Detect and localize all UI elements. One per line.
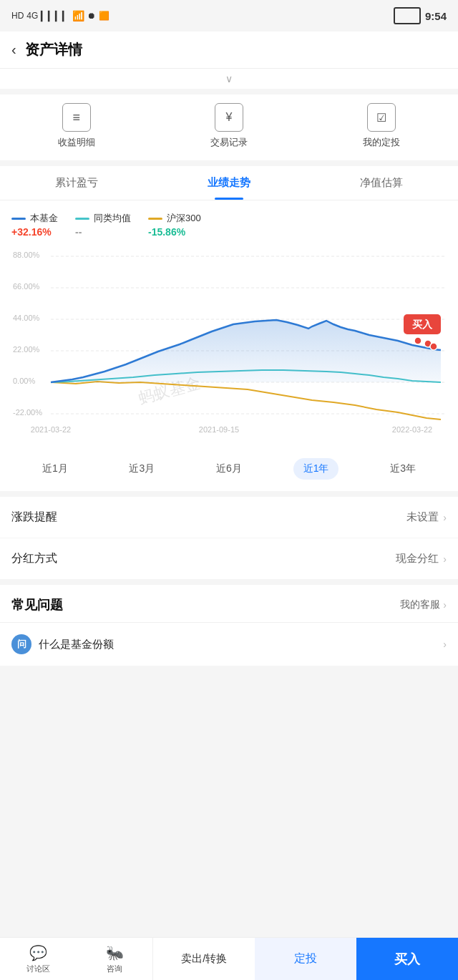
this-fund-dot xyxy=(11,218,26,220)
notification-icon: 🟧 xyxy=(99,11,109,21)
tab-nav-estimate[interactable]: 净值估算 xyxy=(306,166,458,200)
dividend-chevron-icon: › xyxy=(443,553,447,565)
time-label: 9:54 xyxy=(425,10,447,22)
csi300-dot xyxy=(148,218,162,220)
performance-chart: 88.00% 66.00% 44.00% 22.00% 0.00% -22.00… xyxy=(11,246,447,447)
status-right: 9:54 xyxy=(394,7,447,24)
period-1m[interactable]: 近1月 xyxy=(32,458,78,480)
dividend-settings-row[interactable]: 分红方式 现金分红 › xyxy=(0,538,458,579)
svg-point-16 xyxy=(414,337,422,344)
legend-csi300: 沪深300 -15.86% xyxy=(148,212,201,238)
legend-this-fund: 本基金 +32.16% xyxy=(11,212,58,238)
period-3y[interactable]: 近3年 xyxy=(380,458,426,480)
auto-invest-label: 我的定投 xyxy=(363,136,400,149)
dividend-value-group: 现金分红 › xyxy=(396,552,447,566)
battery-icon xyxy=(394,7,421,24)
collapse-indicator: ∨ xyxy=(0,69,458,89)
main-tabs-section: 累计盈亏 业绩走势 净值估算 本基金 +32.16% 同类均值 xyxy=(0,166,458,491)
service-label: 我的客服 xyxy=(400,598,440,611)
trade-records-label: 交易记录 xyxy=(210,136,248,149)
faq-question-icon: 问 xyxy=(11,634,31,654)
faq-item-chevron-icon: › xyxy=(443,639,447,650)
chevron-down-icon: ∨ xyxy=(225,73,233,84)
alert-value: 未设置 xyxy=(406,510,439,524)
back-button[interactable]: ‹ xyxy=(11,42,16,58)
bottom-nav-actions: 卖出/转换 定投 买入 xyxy=(152,938,458,980)
this-fund-value: +32.16% xyxy=(11,226,58,238)
csi300-name: 沪深300 xyxy=(167,212,201,225)
dividend-label: 分红方式 xyxy=(11,551,57,566)
record-icon: ⏺ xyxy=(87,11,96,21)
period-1y[interactable]: 近1年 xyxy=(293,458,339,480)
tabs-row: 累计盈亏 业绩走势 净值估算 xyxy=(0,166,458,200)
bottom-nav-left: 💬 讨论区 🐜 咨询 xyxy=(0,938,152,980)
svg-text:买入: 买入 xyxy=(411,319,433,330)
faq-title: 常见问题 xyxy=(11,596,63,613)
alert-chevron-icon: › xyxy=(443,512,447,523)
alert-value-group: 未设置 › xyxy=(406,510,447,524)
chart-area: 88.00% 66.00% 44.00% 22.00% 0.00% -22.00… xyxy=(11,246,447,450)
legend-peer-avg: 同类均值 -- xyxy=(75,212,131,238)
this-fund-name: 本基金 xyxy=(30,212,58,225)
sell-button[interactable]: 卖出/转换 xyxy=(152,938,255,980)
alert-label: 涨跌提醒 xyxy=(11,510,57,525)
chart-legend: 本基金 +32.16% 同类均值 -- 沪深300 -15.86% xyxy=(11,212,447,238)
svg-text:-22.00%: -22.00% xyxy=(13,408,42,417)
consult-nav-item[interactable]: 🐜 咨询 xyxy=(77,938,153,980)
alert-settings-row[interactable]: 涨跌提醒 未设置 › xyxy=(0,497,458,538)
peer-avg-name: 同类均值 xyxy=(94,212,131,225)
my-service-link[interactable]: 我的客服 › xyxy=(400,598,447,611)
svg-text:0.00%: 0.00% xyxy=(13,377,35,385)
tab-performance-trend[interactable]: 业绩走势 xyxy=(152,166,305,200)
quick-actions-bar: ≡ 收益明细 ¥ 交易记录 ☑ 我的定投 xyxy=(0,94,458,160)
consult-label: 咨询 xyxy=(107,964,122,974)
auto-invest-icon: ☑ xyxy=(367,103,396,132)
svg-text:88.00%: 88.00% xyxy=(13,251,40,259)
discussion-icon: 💬 xyxy=(29,944,47,961)
income-detail-action[interactable]: ≡ 收益明细 xyxy=(58,103,95,149)
status-bar: HD 4G ▎▎▎▎ 📶 ⏺ 🟧 9:54 xyxy=(0,0,458,31)
tab-cumulative-pnl[interactable]: 累计盈亏 xyxy=(0,166,152,200)
header: ‹ 资产详情 xyxy=(0,31,458,69)
auto-invest-action[interactable]: ☑ 我的定投 xyxy=(363,103,400,149)
trade-records-action[interactable]: ¥ 交易记录 xyxy=(210,103,248,149)
period-selector: 近1月 近3月 近6月 近1年 近3年 xyxy=(11,450,447,491)
consult-icon: 🐜 xyxy=(106,944,124,961)
discussion-label: 讨论区 xyxy=(26,964,50,974)
faq-header: 常见问题 我的客服 › xyxy=(0,585,458,622)
svg-text:2022-03-22: 2022-03-22 xyxy=(392,425,432,434)
svg-text:66.00%: 66.00% xyxy=(13,282,40,291)
csi300-value: -15.86% xyxy=(148,226,201,238)
peer-avg-dot xyxy=(75,218,89,220)
svg-marker-13 xyxy=(51,320,441,382)
period-6m[interactable]: 近6月 xyxy=(206,458,252,480)
income-detail-icon: ≡ xyxy=(62,103,91,132)
service-chevron-icon: › xyxy=(443,599,447,611)
buy-button[interactable]: 买入 xyxy=(356,938,458,980)
svg-point-18 xyxy=(430,343,437,350)
faq-section: 常见问题 我的客服 › 问 什么是基金份额 › xyxy=(0,585,458,666)
trade-records-icon: ¥ xyxy=(215,103,243,132)
faq-item-0[interactable]: 问 什么是基金份额 › xyxy=(0,622,458,666)
svg-text:2021-03-22: 2021-03-22 xyxy=(31,425,71,434)
carrier-label: HD xyxy=(11,11,24,21)
dividend-value: 现金分红 xyxy=(396,552,439,566)
faq-item-text-0: 什么是基金份额 xyxy=(39,638,114,651)
status-left: HD 4G ▎▎▎▎ 📶 ⏺ 🟧 xyxy=(11,10,109,21)
signal-icon: ▎▎▎▎ xyxy=(41,11,69,21)
bottom-navigation: 💬 讨论区 🐜 咨询 卖出/转换 定投 买入 xyxy=(0,937,458,980)
wifi-icon: 📶 xyxy=(72,10,84,21)
chart-section: 本基金 +32.16% 同类均值 -- 沪深300 -15.86% xyxy=(0,200,458,491)
network-label: 4G xyxy=(26,11,38,21)
income-detail-label: 收益明细 xyxy=(58,136,95,149)
svg-text:22.00%: 22.00% xyxy=(13,345,40,354)
alert-settings-section: 涨跌提醒 未设置 › xyxy=(0,497,458,538)
page-title: 资产详情 xyxy=(25,40,82,59)
svg-text:44.00%: 44.00% xyxy=(13,314,40,322)
peer-avg-value: -- xyxy=(75,226,131,238)
svg-text:2021-09-15: 2021-09-15 xyxy=(199,425,239,434)
period-3m[interactable]: 近3月 xyxy=(119,458,165,480)
dividend-settings-section: 分红方式 现金分红 › xyxy=(0,538,458,579)
discussion-nav-item[interactable]: 💬 讨论区 xyxy=(0,938,77,980)
auto-invest-button[interactable]: 定投 xyxy=(255,938,356,980)
